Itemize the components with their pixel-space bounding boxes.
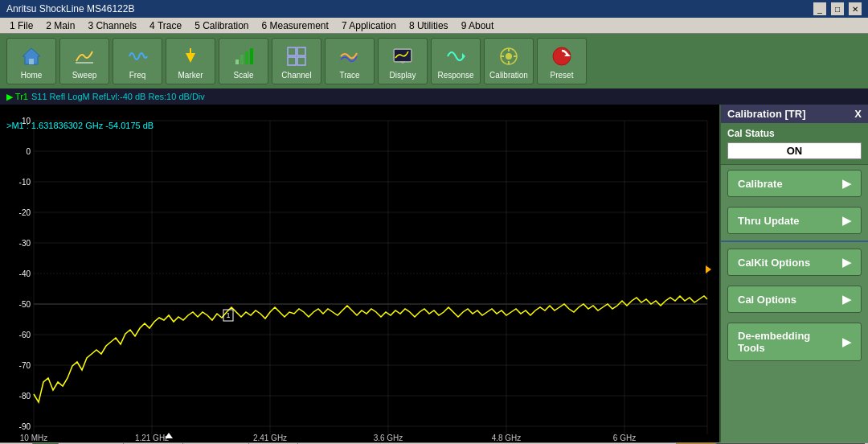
menu-trace[interactable]: 4 Trace xyxy=(143,18,188,33)
menu-measurement[interactable]: 6 Measurement xyxy=(256,18,335,33)
calibrate-arrow-icon: ▶ xyxy=(842,177,851,190)
response-button[interactable]: Response xyxy=(431,38,481,84)
menu-bar: 1 File 2 Main 3 Channels 4 Trace 5 Calib… xyxy=(0,18,868,34)
de-embedding-tools-button[interactable]: De-embeddingTools ▶ xyxy=(727,323,862,361)
cal-status-value: ON xyxy=(727,142,862,159)
preset-icon xyxy=(549,43,575,69)
trace-info-bar: ▶ Tr1 S11 Refl LogM RefLvl:-40 dB Res:10… xyxy=(0,88,868,105)
home-label: Home xyxy=(21,71,43,80)
channel-label: Channel xyxy=(281,71,311,80)
freq-label: Freq xyxy=(129,71,146,80)
svg-text:-50: -50 xyxy=(19,300,31,309)
cal-options-arrow-icon: ▶ xyxy=(842,293,851,306)
calibration-icon xyxy=(496,43,522,69)
trace-label: ▶ Tr1 xyxy=(6,92,28,102)
response-icon xyxy=(443,43,469,69)
right-panel: Calibration [TR] X Cal Status ON Calibra… xyxy=(719,105,868,442)
svg-text:-30: -30 xyxy=(19,239,31,248)
svg-rect-6 xyxy=(240,55,244,64)
display-button[interactable]: Display xyxy=(378,38,428,84)
menu-calibration[interactable]: 5 Calibration xyxy=(188,18,255,33)
preset-label: Preset xyxy=(551,71,574,80)
menu-main[interactable]: 2 Main xyxy=(39,18,81,33)
marker-icon xyxy=(178,43,203,69)
trace-details: S11 Refl LogM RefLvl:-40 dB Res:10 dB/Di… xyxy=(31,92,205,101)
cal-options-label: Cal Options xyxy=(738,294,796,306)
menu-about[interactable]: 9 About xyxy=(455,18,501,33)
home-button[interactable]: Home xyxy=(6,38,56,84)
scale-label: Scale xyxy=(233,71,253,80)
minimize-button[interactable]: _ xyxy=(813,2,826,15)
display-label: Display xyxy=(390,71,416,80)
menu-channels[interactable]: 3 Channels xyxy=(81,18,143,33)
svg-text:-70: -70 xyxy=(19,361,31,370)
svg-text:3.6 GHz: 3.6 GHz xyxy=(374,434,403,442)
cal-options-button[interactable]: Cal Options ▶ xyxy=(727,286,862,313)
scale-button[interactable]: Scale xyxy=(219,38,268,84)
menu-utilities[interactable]: 8 Utilities xyxy=(403,18,455,33)
svg-text:-60: -60 xyxy=(19,331,31,339)
marker-button[interactable]: Marker xyxy=(166,38,215,84)
freq-button[interactable]: Freq xyxy=(113,38,162,84)
svg-text:4.8 GHz: 4.8 GHz xyxy=(492,434,522,442)
sweep-label: Sweep xyxy=(72,71,97,80)
svg-point-19 xyxy=(506,53,512,60)
sweep-button[interactable]: Sweep xyxy=(59,38,109,84)
trace-label: Trace xyxy=(339,71,359,80)
toolbar: Home Sweep Freq Marker xyxy=(0,34,868,88)
de-embedding-arrow-icon: ▶ xyxy=(842,335,851,348)
svg-rect-1 xyxy=(29,59,34,64)
main-area: >M1 : 1.631836302 GHz -54.0175 dB xyxy=(0,105,868,442)
menu-file[interactable]: 1 File xyxy=(3,18,39,33)
title-bar-controls[interactable]: _ □ ✕ xyxy=(813,2,862,15)
svg-rect-9 xyxy=(288,47,296,56)
app-title: Anritsu ShockLine MS46122B xyxy=(6,3,134,14)
thru-update-label: Thru Update xyxy=(738,215,800,227)
svg-text:1.21 GHz: 1.21 GHz xyxy=(135,434,169,442)
svg-text:6 GHz: 6 GHz xyxy=(613,434,636,442)
svg-text:10 MHz: 10 MHz xyxy=(20,434,47,442)
de-embedding-tools-label: De-embeddingTools xyxy=(738,330,810,354)
close-button[interactable]: ✕ xyxy=(849,2,862,15)
trace-button[interactable]: Trace xyxy=(325,38,375,84)
svg-text:0: 0 xyxy=(26,147,31,156)
calibrate-button[interactable]: Calibrate ▶ xyxy=(727,170,862,197)
calibration-button[interactable]: Calibration xyxy=(484,38,534,84)
display-icon xyxy=(390,43,416,69)
svg-rect-8 xyxy=(250,48,253,64)
marker-info: >M1 : 1.631836302 GHz -54.0175 dB xyxy=(6,121,154,130)
plot-container[interactable]: >M1 : 1.631836302 GHz -54.0175 dB xyxy=(0,105,719,442)
svg-rect-11 xyxy=(288,57,296,65)
cal-status-label: Cal Status xyxy=(727,128,862,139)
svg-text:-40: -40 xyxy=(19,269,31,278)
preset-button[interactable]: Preset xyxy=(537,38,587,84)
cal-status-section: Cal Status ON xyxy=(721,123,868,165)
svg-rect-10 xyxy=(297,47,305,56)
title-bar: Anritsu ShockLine MS46122B _ □ ✕ xyxy=(0,0,868,18)
calibration-label: Calibration xyxy=(489,71,528,80)
channel-button[interactable]: Channel xyxy=(272,38,321,84)
svg-text:-20: -20 xyxy=(19,208,31,217)
scale-icon xyxy=(231,43,256,69)
svg-rect-7 xyxy=(245,51,248,64)
home-icon xyxy=(18,43,44,69)
calkit-options-arrow-icon: ▶ xyxy=(842,256,851,269)
svg-text:-80: -80 xyxy=(19,392,31,401)
maximize-button[interactable]: □ xyxy=(831,2,844,15)
menu-application[interactable]: 7 Application xyxy=(335,18,403,33)
cal-panel-title: Calibration [TR] X xyxy=(721,105,868,123)
svg-text:2.41 GHz: 2.41 GHz xyxy=(253,434,287,442)
svg-rect-12 xyxy=(297,57,305,65)
freq-icon xyxy=(125,43,150,69)
svg-marker-3 xyxy=(186,53,195,63)
svg-marker-17 xyxy=(462,53,465,60)
cal-panel-title-text: Calibration [TR] xyxy=(727,108,806,120)
cal-panel-close-button[interactable]: X xyxy=(854,108,862,120)
thru-update-button[interactable]: Thru Update ▶ xyxy=(727,207,862,234)
calkit-options-button[interactable]: CalKit Options ▶ xyxy=(727,249,862,276)
svg-text:-10: -10 xyxy=(19,178,31,187)
svg-text:1: 1 xyxy=(226,311,230,319)
thru-update-arrow-icon: ▶ xyxy=(842,214,851,227)
plot-svg: 10 0 -10 -20 -30 -40 -50 -60 -70 -80 -90… xyxy=(0,105,719,442)
trace-icon xyxy=(337,43,362,69)
